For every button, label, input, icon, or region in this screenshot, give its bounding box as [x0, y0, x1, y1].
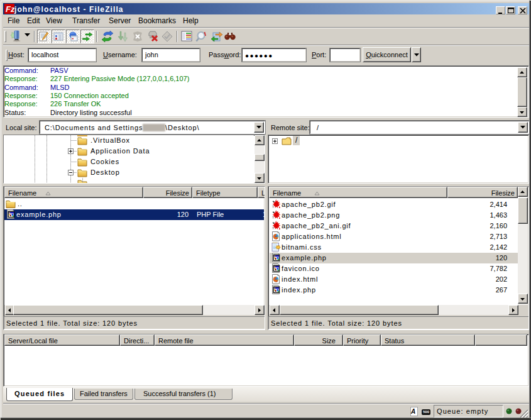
svg-text:Fz: Fz [6, 4, 14, 14]
